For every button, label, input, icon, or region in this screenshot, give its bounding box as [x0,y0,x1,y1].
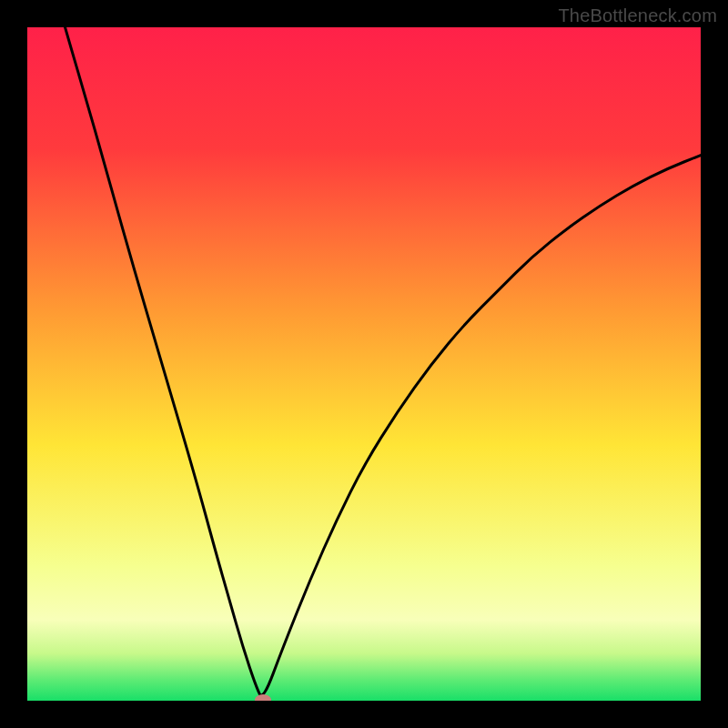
watermark-text: TheBottleneck.com [558,5,717,26]
optimal-point-marker [255,694,271,701]
chart-frame: TheBottleneck.com [0,0,728,728]
bottleneck-curve [27,27,701,701]
plot-area [27,27,701,701]
